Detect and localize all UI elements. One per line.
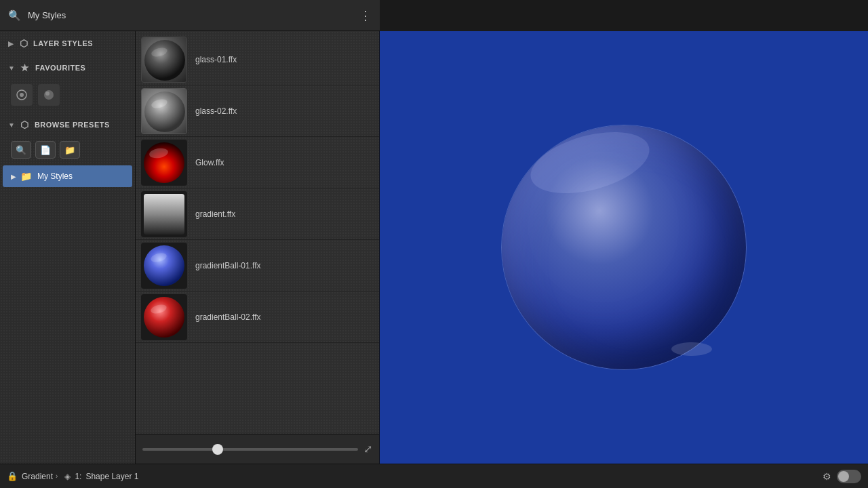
sidebar: ▶ ⬡ LAYER STYLES ▼ ★ FAVOURITES (0, 31, 136, 464)
svg-rect-10 (144, 194, 184, 235)
preset-name-glow: Glow.ffx (195, 158, 224, 167)
status-bar-right: ⚙ (823, 470, 861, 483)
svg-point-4 (144, 40, 185, 81)
svg-point-6 (144, 92, 185, 132)
ms-folder-icon: 📁 (20, 171, 32, 182)
size-slider-thumb[interactable] (212, 444, 223, 455)
resize-icon[interactable]: ⤢ (363, 443, 372, 455)
sidebar-item-layer-styles[interactable]: ▶ ⬡ LAYER STYLES (0, 31, 135, 56)
preset-item-glass02[interactable]: glass-02.ffx (136, 85, 379, 137)
sidebar-item-my-styles[interactable]: ▶ 📁 My Styles (3, 165, 132, 187)
preset-name-gradball02: gradientBall-02.ffx (195, 312, 261, 322)
preset-name-glass01: glass-01.ffx (195, 55, 237, 64)
layer-styles-label: LAYER STYLES (33, 39, 93, 47)
search-icon[interactable]: 🔍 (8, 9, 21, 22)
browse-presets-label: BROWSE PRESETS (35, 121, 110, 129)
breadcrumb-chevron-icon: › (56, 472, 58, 480)
toggle-knob (838, 471, 849, 482)
breadcrumb-gradient: Gradient (22, 472, 53, 481)
favourites-star-icon: ★ (20, 62, 30, 73)
header-title: My Styles (28, 10, 359, 20)
header: 🔍 My Styles ⋮ (0, 0, 380, 31)
status-bar: 🔒 Gradient › ◈ 1: Shape Layer 1 ⚙ (0, 464, 868, 488)
fav-icon-circle[interactable] (38, 84, 60, 106)
svg-point-1 (20, 93, 24, 97)
preset-thumb-glass01 (141, 37, 187, 83)
sidebar-item-browse-presets[interactable]: ▼ ⬡ BROWSE PRESETS (0, 113, 135, 137)
svg-point-13 (144, 297, 184, 338)
browse-presets-icon: ⬡ (20, 119, 29, 130)
preset-name-gradient: gradient.ffx (195, 209, 235, 219)
folder-preset-button[interactable]: 📁 (60, 141, 80, 159)
chevron-down-icon: ▼ (8, 64, 15, 72)
layer-number: 1: (75, 472, 81, 481)
preview-sphere (502, 125, 746, 369)
my-styles-label: My Styles (37, 171, 73, 181)
toggle-switch[interactable] (837, 470, 861, 483)
layer-styles-icon: ⬡ (20, 38, 28, 49)
preset-thumb-gradient (141, 191, 187, 237)
menu-icon[interactable]: ⋮ (359, 8, 372, 23)
presets-list: glass-01.ffx (136, 31, 379, 434)
search-presets-button[interactable]: 🔍 (11, 141, 31, 159)
canvas-area (380, 31, 868, 464)
size-slider-track[interactable] (142, 448, 358, 451)
presets-panel: glass-01.ffx (136, 31, 380, 464)
preset-item-gradball02[interactable]: gradientBall-02.ffx (136, 291, 379, 343)
preset-name-glass02: glass-02.ffx (195, 106, 237, 116)
preset-item-glow[interactable]: Glow.ffx (136, 137, 379, 188)
fav-icon-shape[interactable] (11, 84, 33, 106)
preset-item-gradball01[interactable]: gradientBall-01.ffx (136, 240, 379, 291)
preset-thumb-glow (141, 140, 187, 186)
settings-icon[interactable]: ⚙ (823, 471, 831, 482)
preset-item-gradient[interactable]: gradient.ffx (136, 188, 379, 240)
main-area: ▶ ⬡ LAYER STYLES ▼ ★ FAVOURITES (0, 31, 868, 464)
svg-point-8 (144, 142, 184, 183)
layer-name: Shape Layer 1 (85, 472, 138, 481)
preset-thumb-gradball01 (141, 243, 187, 289)
preset-thumb-gradball02 (141, 294, 187, 340)
preset-name-gradball01: gradientBall-01.ffx (195, 261, 261, 270)
svg-point-11 (144, 245, 184, 286)
layer-info: ◈ 1: Shape Layer 1 (64, 472, 138, 481)
svg-point-3 (45, 92, 50, 96)
preset-thumb-glass02 (141, 88, 187, 134)
ms-chevron-icon: ▶ (11, 173, 16, 180)
chevron-right-icon: ▶ (8, 40, 14, 47)
preset-item-glass01[interactable]: glass-01.ffx (136, 34, 379, 85)
lock-icon[interactable]: 🔒 (7, 471, 18, 481)
sidebar-item-favourites[interactable]: ▼ ★ FAVOURITES (0, 56, 135, 80)
favourites-icons-row (0, 80, 135, 113)
browse-presets-tools: 🔍 📄 📁 (0, 137, 135, 164)
chevron-down-icon-2: ▼ (8, 121, 15, 129)
favourites-label: FAVOURITES (35, 64, 85, 72)
new-preset-button[interactable]: 📄 (35, 141, 56, 159)
shape-layer-icon: ◈ (64, 472, 71, 481)
presets-footer: ⤢ (136, 434, 379, 464)
breadcrumb: Gradient › (22, 472, 58, 481)
